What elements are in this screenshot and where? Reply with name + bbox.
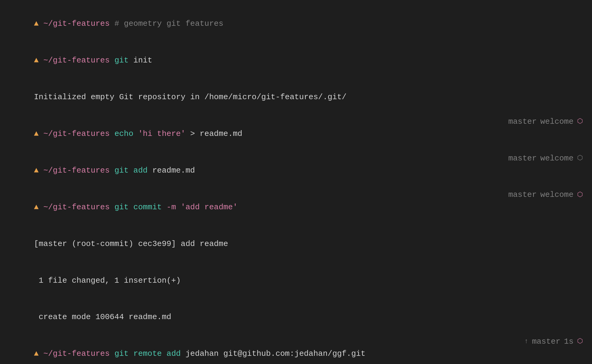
- prompt-symbol: ▲: [34, 129, 39, 138]
- terminal-line-9: create mode 100644 readme.md: [5, 299, 592, 335]
- branch-5: master: [508, 152, 537, 164]
- right-info-5: master welcome ⬡: [508, 152, 583, 164]
- terminal-line-5: ▲ ~/git-features git add readme.md maste…: [5, 152, 592, 189]
- space: [110, 129, 114, 138]
- space: [110, 349, 114, 358]
- time-6: welcome: [540, 189, 573, 201]
- terminal-line-2: ▲ ~/git-features git init: [5, 42, 592, 79]
- cmd-keyword: git: [114, 349, 129, 358]
- cmd-keyword2: add: [129, 166, 148, 175]
- time-4: welcome: [540, 116, 573, 128]
- terminal-line-8: 1 file changed, 1 insertion(+): [5, 262, 592, 299]
- output-text: Initialized empty Git repository in /hom…: [34, 93, 347, 102]
- space: [110, 166, 114, 175]
- space: [110, 203, 114, 212]
- prompt-symbol: ▲: [34, 203, 39, 212]
- cmd-rest: > readme.md: [185, 129, 242, 138]
- path: ~/git-features: [39, 56, 110, 65]
- right-info-6: master welcome ⬡: [508, 189, 583, 201]
- branch-6: master: [508, 189, 537, 201]
- terminal: ▲ ~/git-features # geometry git features…: [5, 5, 592, 364]
- path: ~/git-features: [39, 166, 110, 175]
- arrow-up-10: ↑: [524, 336, 528, 347]
- output-text: 1 file changed, 1 insertion(+): [34, 276, 181, 285]
- hex-icon-4: ⬡: [577, 118, 583, 125]
- path: ~/git-features: [39, 129, 110, 138]
- terminal-line-6: ▲ ~/git-features git commit -m 'add read…: [5, 189, 592, 225]
- terminal-line-4: ▲ ~/git-features echo 'hi there' > readm…: [5, 116, 592, 152]
- time-5: welcome: [540, 152, 573, 164]
- cmd-keyword2: remote: [129, 349, 162, 358]
- cmd-keyword: git: [114, 166, 129, 175]
- terminal-line-10: ▲ ~/git-features git remote add jedahan …: [5, 335, 592, 364]
- path: ~/git-features: [39, 203, 110, 212]
- cmd-keyword3: add: [162, 349, 181, 358]
- cmd-keyword2: commit: [129, 203, 162, 212]
- prompt-symbol: ▲: [34, 349, 39, 358]
- hex-icon-6: ⬡: [577, 192, 583, 198]
- git-keyword: git: [114, 56, 129, 65]
- prompt-symbol: ▲: [34, 56, 39, 65]
- output-text: [master (root-commit) cec3e99] add readm…: [34, 239, 228, 248]
- hex-icon-5: ⬡: [577, 155, 583, 162]
- path: ~/git-features: [39, 349, 110, 358]
- branch-4: master: [508, 116, 537, 128]
- command-rest: init: [129, 56, 152, 65]
- cmd-keyword: echo: [114, 129, 133, 138]
- cmd-rest: readme.md: [148, 166, 195, 175]
- right-info-4: master welcome ⬡: [508, 116, 583, 128]
- path: ~/git-features: [39, 19, 110, 28]
- cmd-rest: jedahan git@github.com:jedahan/ggf.git: [181, 349, 366, 358]
- command: [110, 56, 114, 65]
- right-info-10: ↑ master 1s ⬡: [524, 335, 583, 348]
- cmd-flag: -m: [162, 203, 176, 212]
- time-10: 1s: [564, 335, 573, 348]
- cmd-string: 'add readme': [176, 203, 238, 212]
- output-text: create mode 100644 readme.md: [34, 312, 171, 322]
- terminal-line-3: Initialized empty Git repository in /hom…: [5, 79, 592, 116]
- terminal-line-1: ▲ ~/git-features # geometry git features: [5, 5, 592, 42]
- cmd-string: 'hi there': [133, 129, 185, 138]
- hex-icon-10: ⬡: [577, 338, 583, 345]
- prompt-symbol: ▲: [34, 19, 39, 28]
- comment: # geometry git features: [110, 19, 223, 28]
- branch-10: master: [532, 335, 560, 348]
- cmd-keyword: git: [114, 203, 129, 212]
- prompt-symbol: ▲: [34, 166, 39, 175]
- terminal-line-7: [master (root-commit) cec3e99] add readm…: [5, 225, 592, 262]
